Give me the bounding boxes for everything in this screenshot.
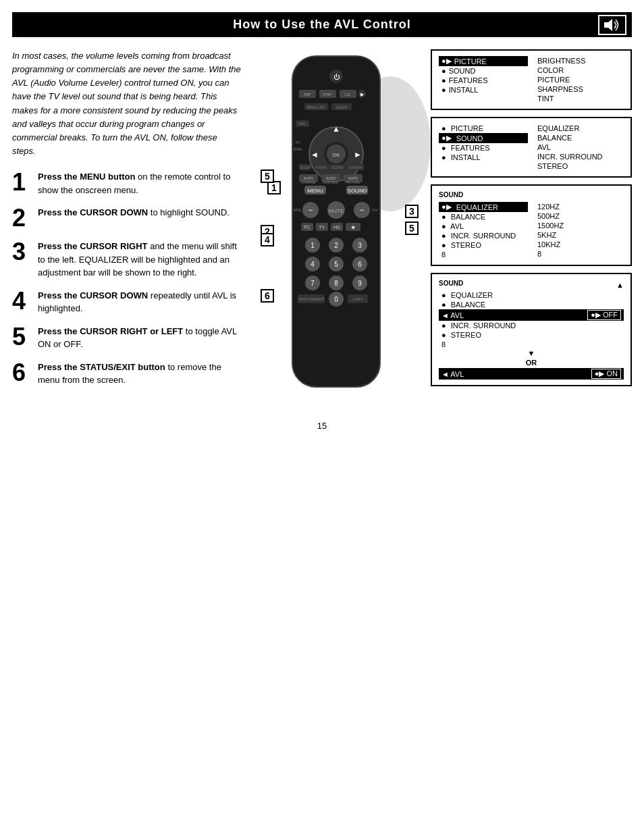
svg-text:CLOCK: CLOCK bbox=[336, 105, 348, 109]
sm1-sound-arrow: ●▶ bbox=[441, 134, 452, 142]
sound-bullet: ● bbox=[441, 67, 446, 75]
remote-column: ⏻ PIP POP LG ▶ PROG LIST CLO bbox=[255, 49, 417, 400]
svg-text:SOUND: SOUND bbox=[348, 188, 367, 194]
step-badge-6: 6 bbox=[261, 289, 274, 303]
pic-right-color: COLOR bbox=[535, 66, 624, 75]
svg-text:FORMAT: FORMAT bbox=[349, 165, 363, 170]
svg-text:5: 5 bbox=[334, 261, 338, 268]
sm2-avl-bullet: ● bbox=[441, 222, 446, 230]
step-5: 5 Press the CURSOR RIGHT or LEFT to togg… bbox=[12, 325, 242, 351]
sm2-stereo: ● STEREO bbox=[439, 240, 528, 250]
sound-menu-2-right: 120HZ 500HZ 1500HZ 5KHZ 10KHZ 8 bbox=[535, 202, 624, 259]
page-number: 15 bbox=[0, 421, 644, 444]
svg-text:LG: LG bbox=[345, 93, 350, 97]
picture-menu-content: ●▶ PICTURE ● SOUND ● FEATURES ● INSTALL bbox=[439, 56, 624, 103]
svg-text:HD: HD bbox=[333, 225, 340, 230]
down-arrow-icon: ▼ bbox=[439, 349, 624, 357]
sm1-install: ● INSTALL bbox=[439, 153, 528, 162]
features-label: FEATURES bbox=[449, 76, 488, 84]
picture-menu-item-features: ● FEATURES bbox=[439, 76, 528, 85]
svg-text:AUTO: AUTO bbox=[326, 176, 336, 180]
sm1-features: ● FEATURES bbox=[439, 143, 528, 153]
svg-text:SOUND: SOUND bbox=[331, 165, 344, 170]
sm3-incr: ● INCR. SURROUND bbox=[439, 321, 624, 330]
step-badge-1: 1 bbox=[267, 181, 281, 194]
svg-text:▲: ▲ bbox=[332, 124, 340, 134]
steps-list: 1 Press the MENU button on the remote co… bbox=[12, 170, 242, 387]
svg-text:SLEEP: SLEEP bbox=[300, 165, 311, 170]
sm2-500hz: 500HZ bbox=[535, 211, 624, 221]
step-2: 2 Press the CURSOR DOWN to highlight SOU… bbox=[12, 206, 242, 230]
sm2-eq-arrow: ●▶ bbox=[441, 203, 452, 211]
svg-text:CH: CH bbox=[372, 208, 378, 212]
picture-menu-box: ●▶ PICTURE ● SOUND ● FEATURES ● INSTALL bbox=[431, 49, 632, 110]
sm2-1500hz: 1500HZ bbox=[535, 221, 624, 230]
sm3-avl-off-value: ●▶ OFF bbox=[587, 310, 621, 320]
svg-text:8: 8 bbox=[334, 280, 338, 287]
sm2-5khz: 5KHZ bbox=[535, 230, 624, 240]
step-2-number: 2 bbox=[12, 206, 31, 230]
svg-text:DVD: DVD bbox=[294, 147, 302, 151]
svg-text:6: 6 bbox=[358, 261, 362, 268]
sm3-incr-bullet: ● bbox=[441, 321, 446, 330]
sm2-120hz: 120HZ bbox=[535, 202, 624, 211]
sound-menu-3-box: SOUND ▲ ● EQUALIZER ● BALANCE ◄ AVL ●▶ O… bbox=[431, 273, 632, 386]
svg-text:AUTO: AUTO bbox=[348, 176, 358, 180]
sm2-8: 8 bbox=[439, 250, 528, 259]
picture-menu-right: BRIGHTNESS COLOR PICTURE SHARPNESS TINT bbox=[535, 56, 624, 103]
svg-text:PIP: PIP bbox=[304, 93, 311, 97]
up-arrow-icon: ▲ bbox=[616, 281, 624, 289]
picture-menu-left: ●▶ PICTURE ● SOUND ● FEATURES ● INSTALL bbox=[439, 56, 528, 103]
step-badge-3: 3 bbox=[405, 205, 419, 218]
svg-text:PC: PC bbox=[304, 225, 311, 230]
sm3-bal-bullet: ● bbox=[441, 301, 446, 309]
svg-text:◄: ◄ bbox=[311, 150, 319, 159]
step-6: 6 Press the STATUS/EXIT button to remove… bbox=[12, 361, 242, 387]
svg-text:4: 4 bbox=[311, 261, 315, 268]
sound-menu-2-content: ●▶ EQUALIZER ● BALANCE ● AVL ● INCR. SUR… bbox=[439, 202, 624, 259]
features-bullet: ● bbox=[441, 76, 446, 84]
picture-arrow-icon: ●▶ bbox=[441, 57, 452, 66]
page-title: How to Use the AVL Control bbox=[233, 18, 411, 31]
sound-label: SOUND bbox=[449, 67, 476, 75]
svg-text:CHAN/NG: CHAN/NG bbox=[302, 181, 316, 184]
svg-text:−: − bbox=[308, 205, 313, 215]
svg-marker-0 bbox=[604, 19, 612, 31]
sm1-avl: AVL bbox=[535, 142, 624, 152]
svg-text:MENU: MENU bbox=[307, 188, 323, 194]
step-4-number: 4 bbox=[12, 289, 31, 313]
svg-text:VOL: VOL bbox=[294, 208, 302, 212]
sm2-avl: ● AVL bbox=[439, 221, 528, 231]
svg-text:TV: TV bbox=[295, 140, 300, 145]
sm3-avl-on-value: ●▶ ON bbox=[591, 369, 621, 379]
svg-text:9: 9 bbox=[358, 280, 362, 287]
step-5-number: 5 bbox=[12, 325, 31, 349]
main-content: In most cases, the volume levels coming … bbox=[0, 37, 644, 400]
sm1-picture: ● PICTURE bbox=[439, 124, 528, 133]
sm2-stereo-bullet: ● bbox=[441, 241, 446, 249]
sm3-avl-left: ◄ AVL bbox=[441, 311, 464, 319]
sm3-8: 8 bbox=[439, 340, 624, 349]
svg-text:LAST: LAST bbox=[352, 297, 363, 301]
sound-menu-1-right: EQUALIZER BALANCE AVL INCR. SURROUND STE… bbox=[535, 124, 624, 171]
step-6-text: Press the STATUS/EXIT button to remove t… bbox=[38, 361, 242, 387]
svg-text:3: 3 bbox=[358, 242, 362, 249]
sound-menu-2-left: ●▶ EQUALIZER ● BALANCE ● AVL ● INCR. SUR… bbox=[439, 202, 528, 259]
left-column: In most cases, the volume levels coming … bbox=[12, 49, 242, 400]
sound-menu-2-box: SOUND ●▶ EQUALIZER ● BALANCE ● AVL ● INC… bbox=[431, 184, 632, 266]
sm3-balance: ● BALANCE bbox=[439, 300, 624, 309]
svg-text:►: ► bbox=[354, 150, 362, 159]
svg-text:1: 1 bbox=[311, 242, 315, 249]
right-column: ●▶ PICTURE ● SOUND ● FEATURES ● INSTALL bbox=[431, 49, 632, 400]
sm3-avl-on-row: ◄ AVL ●▶ ON bbox=[439, 368, 624, 380]
or-text: OR bbox=[439, 359, 624, 367]
pic-right-brightness: BRIGHTNESS bbox=[535, 56, 624, 66]
step-3-number: 3 bbox=[12, 240, 31, 264]
step-5-text: Press the CURSOR RIGHT or LEFT to toggle… bbox=[38, 325, 242, 351]
sm2-8r: 8 bbox=[535, 249, 624, 259]
remote-control-svg: ⏻ PIP POP LG ▶ PROG LIST CLO bbox=[272, 49, 400, 400]
sm1-incr-surround: INCR. SURROUND bbox=[535, 152, 624, 161]
step-4-text: Press the CURSOR DOWN repeatedly until A… bbox=[38, 289, 242, 315]
sound-menu-3-title: SOUND bbox=[439, 280, 463, 287]
sm1-picture-bullet: ● bbox=[441, 124, 446, 132]
